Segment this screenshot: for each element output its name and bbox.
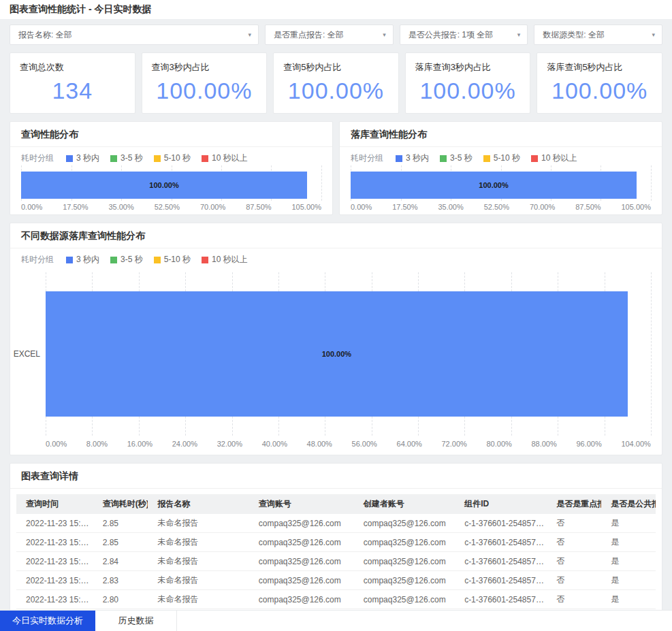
legend-swatch-icon: [202, 257, 208, 263]
chart-title: 查询性能分布: [10, 122, 332, 147]
cell-report-name: 未命名报告: [148, 552, 249, 571]
x-tick: 35.00%: [108, 203, 133, 211]
legend-item-3-5s[interactable]: 3-5 秒: [110, 152, 143, 164]
cell-query-account: compaq325@126.com: [249, 533, 354, 552]
gridline: [651, 272, 652, 436]
kpi-query-3s-ratio: 查询3秒内占比 100.00%: [142, 52, 268, 114]
legend-label: 10 秒以上: [212, 152, 248, 164]
cell-query-duration: 2.85: [93, 514, 148, 533]
x-tick: 96.00%: [576, 440, 601, 448]
x-tick: 72.00%: [442, 440, 467, 448]
col-query-duration[interactable]: 查询耗时(秒)▼: [93, 494, 148, 514]
x-tick: 35.00%: [438, 203, 463, 211]
legend-item-3s[interactable]: 3 秒内: [396, 152, 429, 164]
chart-legend: 耗时分组 3 秒内 3-5 秒 5-10 秒 10 秒以上: [340, 147, 662, 167]
cell-report-name: 未命名报告: [148, 590, 249, 609]
legend-item-3-5s[interactable]: 3-5 秒: [440, 152, 473, 164]
bottom-tab-bar: 今日实时数据分析 历史数据: [0, 610, 672, 631]
tab-today-realtime[interactable]: 今日实时数据分析: [0, 611, 95, 631]
filter-key-report[interactable]: 是否重点报告: 全部 ▾: [265, 25, 394, 45]
col-is-key-report: 是否是重点报告: [547, 494, 601, 514]
legend-item-3-5s[interactable]: 3-5 秒: [110, 254, 143, 265]
filter-datasource-type[interactable]: 数据源类型: 全部 ▾: [534, 25, 662, 45]
x-tick: 87.50%: [575, 203, 601, 211]
legend-item-5-10s[interactable]: 5-10 秒: [483, 152, 520, 164]
legend-item-10s-plus[interactable]: 10 秒以上: [531, 152, 577, 164]
cell-report-name: 未命名报告: [148, 533, 249, 552]
x-tick: 8.00%: [86, 440, 108, 448]
x-axis: 0.00% 8.00% 16.00% 24.00% 32.00% 40.00% …: [46, 440, 651, 448]
col-query-account: 查询账号: [249, 494, 354, 514]
cell-creator-account: compaq325@126.com: [354, 514, 455, 533]
x-tick: 52.50%: [155, 203, 180, 211]
legend-label: 3-5 秒: [121, 254, 143, 265]
chart-legend: 耗时分组 3 秒内 3-5 秒 5-10 秒 10 秒以上: [10, 147, 332, 167]
chart-legend: 耗时分组 3 秒内 3-5 秒 5-10 秒 10 秒以上: [10, 248, 662, 268]
cell-query-duration: 2.83: [93, 571, 148, 590]
legend-label: 10 秒以上: [541, 152, 577, 164]
cell-creator-account: compaq325@126.com: [354, 571, 455, 590]
cell-is-key-report: 否: [547, 514, 601, 533]
chart-title: 不同数据源落库查询性能分布: [10, 223, 662, 248]
kpi-label: 查询总次数: [20, 61, 125, 74]
chart-store-query-performance: 落库查询性能分布 耗时分组 3 秒内 3-5 秒 5-10 秒 10 秒以上 1…: [339, 121, 662, 215]
x-tick: 0.00%: [351, 203, 372, 211]
small-charts-row: 查询性能分布 耗时分组 3 秒内 3-5 秒 5-10 秒 10 秒以上 100…: [10, 121, 662, 215]
legend-item-3s[interactable]: 3 秒内: [66, 254, 99, 265]
filter-key-report-label: 是否重点报告: 全部: [274, 29, 344, 41]
bar-excel-3s[interactable]: 100.00%: [46, 291, 628, 417]
table-title: 图表查询详情: [10, 464, 662, 489]
legend-item-10s-plus[interactable]: 10 秒以上: [202, 254, 248, 265]
legend-item-3s[interactable]: 3 秒内: [66, 152, 99, 164]
cell-report-name: 未命名报告: [148, 571, 249, 590]
chevron-down-icon: ▾: [248, 31, 251, 38]
x-tick: 0.00%: [46, 440, 67, 448]
legend-label: 3 秒内: [406, 152, 429, 164]
main-content: 报告名称: 全部 ▾ 是否重点报告: 全部 ▾ 是否公共报告: 1项 全部 ▾ …: [0, 19, 672, 631]
legend-swatch-icon: [154, 257, 161, 263]
query-details-panel: 图表查询详情 查询时间 查询耗时(秒)▼ 报告名称 查询账号 创建者账号 组件I…: [10, 463, 662, 631]
legend-title: 耗时分组: [21, 152, 54, 164]
filter-bar: 报告名称: 全部 ▾ 是否重点报告: 全部 ▾ 是否公共报告: 1项 全部 ▾ …: [10, 25, 662, 45]
cell-is-key-report: 否: [547, 552, 601, 571]
col-query-time: 查询时间: [16, 494, 93, 514]
filter-public-report[interactable]: 是否公共报告: 1项 全部 ▾: [400, 25, 528, 45]
legend-item-5-10s[interactable]: 5-10 秒: [154, 254, 191, 265]
x-tick: 80.00%: [486, 440, 511, 448]
bar-3s[interactable]: 100.00%: [21, 172, 307, 199]
x-tick: 87.50%: [246, 203, 271, 211]
legend-label: 5-10 秒: [164, 254, 191, 265]
cell-component-id: c-1-376601-25485762-l8nz...: [455, 533, 547, 552]
kpi-value: 100.00%: [274, 78, 398, 104]
top-bar: 图表查询性能统计 - 今日实时数据: [0, 0, 672, 19]
x-axis: 0.00% 17.50% 35.00% 52.50% 70.00% 87.50%…: [21, 203, 321, 211]
table-row: 2022-11-23 15:02:29 2.80 未命名报告 compaq325…: [16, 590, 656, 609]
gridline: [651, 165, 652, 201]
x-tick: 105.00%: [621, 203, 650, 211]
tab-history[interactable]: 历史数据: [95, 611, 177, 631]
legend-swatch-icon: [202, 155, 208, 162]
legend-item-10s-plus[interactable]: 10 秒以上: [202, 152, 248, 164]
cell-query-duration: 2.85: [93, 533, 148, 552]
bar-value-label: 100.00%: [149, 181, 178, 189]
cell-query-account: compaq325@126.com: [249, 590, 354, 609]
bar-3s[interactable]: 100.00%: [351, 172, 637, 199]
bar-value-label: 100.00%: [322, 350, 351, 358]
kpi-label: 落库查询5秒内占比: [547, 61, 652, 74]
cell-creator-account: compaq325@126.com: [354, 590, 455, 609]
col-is-public-report: 是否是公共报告: [601, 494, 656, 514]
legend-label: 3-5 秒: [121, 152, 143, 164]
legend-swatch-icon: [154, 155, 161, 162]
kpi-store-query-5s-ratio: 落库查询5秒内占比 100.00%: [537, 52, 662, 114]
legend-swatch-icon: [66, 155, 73, 162]
legend-title: 耗时分组: [351, 152, 383, 164]
page-title: 图表查询性能统计 - 今日实时数据: [10, 3, 151, 16]
filter-report-name-label: 报告名称: 全部: [18, 29, 72, 41]
cell-component-id: c-1-376601-25485762-l7rc...: [455, 552, 547, 571]
plot-area: 100.00%: [21, 169, 321, 201]
filter-report-name[interactable]: 报告名称: 全部 ▾: [10, 25, 259, 45]
cell-is-public-report: 是: [601, 590, 656, 609]
legend-item-5-10s[interactable]: 5-10 秒: [154, 152, 191, 164]
legend-title: 耗时分组: [21, 254, 54, 265]
cell-component-id: c-1-376601-25485762-l81b...: [455, 514, 547, 533]
